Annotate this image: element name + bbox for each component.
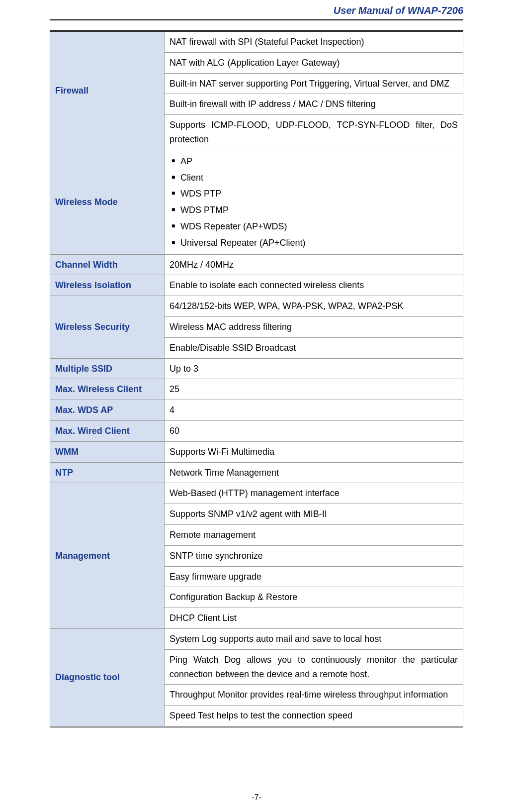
spec-value: Remote management	[165, 524, 463, 545]
spec-value: Up to 3	[165, 358, 463, 379]
spec-label: Max. Wireless Client	[50, 379, 165, 400]
table-row: Diagnostic toolSystem Log supports auto …	[50, 628, 463, 649]
spec-value: NAT with ALG (Application Layer Gateway)	[165, 52, 463, 73]
list-item: WDS PTP	[170, 186, 458, 202]
table-row: Wireless IsolationEnable to isolate each…	[50, 275, 463, 296]
spec-value: SNTP time synchronize	[165, 545, 463, 566]
list-item: WDS PTMP	[170, 202, 458, 218]
spec-label: Wireless Security	[50, 296, 165, 358]
list-item: AP	[170, 153, 458, 170]
spec-value: Supports ICMP-FLOOD, UDP-FLOOD, TCP-SYN-…	[165, 115, 463, 150]
spec-value: Supports SNMP v1/v2 agent with MIB-II	[165, 504, 463, 525]
list-item: Client	[170, 170, 458, 186]
spec-value: 25	[165, 379, 463, 400]
spec-label: NTP	[50, 462, 165, 483]
spec-value: Throughput Monitor provides real-time wi…	[165, 685, 463, 706]
list-item: Universal Repeater (AP+Client)	[170, 235, 458, 251]
spec-value: Built-in NAT server supporting Port Trig…	[165, 73, 463, 94]
spec-label: Management	[50, 483, 165, 629]
spec-label: WMM	[50, 441, 165, 462]
bullet-list: APClientWDS PTPWDS PTMPWDS Repeater (AP+…	[170, 153, 458, 251]
spec-value: Network Time Management	[165, 462, 463, 483]
spec-value: Speed Test helps to test the connection …	[165, 706, 463, 727]
spec-label: Diagnostic tool	[50, 628, 165, 726]
spec-value: APClientWDS PTPWDS PTMPWDS Repeater (AP+…	[165, 150, 463, 254]
spec-label: Wireless Mode	[50, 150, 165, 254]
table-row: Wireless ModeAPClientWDS PTPWDS PTMPWDS …	[50, 150, 463, 254]
spec-label: Multiple SSID	[50, 358, 165, 379]
spec-label: Firewall	[50, 31, 165, 150]
spec-label: Max. WDS AP	[50, 400, 165, 421]
spec-value: Easy firmware upgrade	[165, 566, 463, 587]
spec-value: DHCP Client List	[165, 608, 463, 629]
spec-value: Configuration Backup & Restore	[165, 587, 463, 608]
spec-label: Wireless Isolation	[50, 275, 165, 296]
page-header-title: User Manual of WNAP-7206	[50, 5, 463, 20]
table-row: Max. WDS AP4	[50, 400, 463, 421]
table-row: Channel Width20MHz / 40MHz	[50, 254, 463, 275]
spec-label: Max. Wired Client	[50, 420, 165, 441]
spec-value: 60	[165, 420, 463, 441]
spec-value: Ping Watch Dog allows you to continuousl…	[165, 649, 463, 685]
spec-value: 64/128/152-bits WEP, WPA, WPA-PSK, WPA2,…	[165, 296, 463, 317]
page-number: -7-	[0, 793, 513, 802]
table-row: FirewallNAT firewall with SPI (Stateful …	[50, 31, 463, 53]
list-item: WDS Repeater (AP+WDS)	[170, 218, 458, 235]
table-row: WMMSupports Wi-Fi Multimedia	[50, 441, 463, 462]
table-row: NTPNetwork Time Management	[50, 462, 463, 483]
spec-label: Channel Width	[50, 254, 165, 275]
table-row: Multiple SSIDUp to 3	[50, 358, 463, 379]
spec-value: Enable/Disable SSID Broadcast	[165, 337, 463, 358]
table-row: ManagementWeb-Based (HTTP) management in…	[50, 483, 463, 504]
table-row: Max. Wireless Client25	[50, 379, 463, 400]
spec-value: Supports Wi-Fi Multimedia	[165, 441, 463, 462]
spec-value: Wireless MAC address filtering	[165, 316, 463, 337]
spec-table: FirewallNAT firewall with SPI (Stateful …	[50, 30, 463, 727]
spec-value: NAT firewall with SPI (Stateful Packet I…	[165, 31, 463, 53]
spec-value: 4	[165, 400, 463, 421]
table-row: Max. Wired Client60	[50, 420, 463, 441]
spec-value: 20MHz / 40MHz	[165, 254, 463, 275]
spec-value: Web-Based (HTTP) management interface	[165, 483, 463, 504]
spec-value: Enable to isolate each connected wireles…	[165, 275, 463, 296]
table-row: Wireless Security64/128/152-bits WEP, WP…	[50, 296, 463, 317]
spec-value: Built-in firewall with IP address / MAC …	[165, 94, 463, 115]
spec-value: System Log supports auto mail and save t…	[165, 628, 463, 649]
